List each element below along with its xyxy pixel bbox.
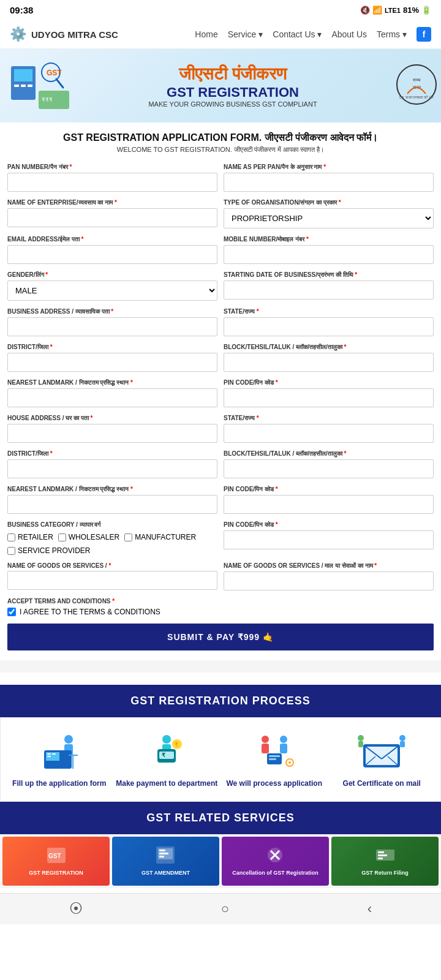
- biz-address-input[interactable]: [7, 317, 217, 336]
- terms-checkbox[interactable]: [7, 608, 16, 616]
- group-house-block: BLOCK/TEHSIL/TALUK / ब्लॉक/तहसील/तालुका …: [224, 450, 434, 478]
- svg-rect-33: [280, 744, 287, 753]
- form-subtitle: WELCOME TO GST REGISTRATION. जीएसटी पंजी…: [7, 146, 434, 154]
- group-goods-hi: NAME OF GOODS OR SERVICES / माल या सेवाओ…: [224, 562, 434, 590]
- state-input[interactable]: [224, 317, 434, 336]
- group-biz-address: BUSINESS ADDRESS / व्यावसायिक पता *: [7, 308, 217, 336]
- row-biz-cat-pin2: BUSINESS CATEGORY / व्यापार वर्ग RETAILE…: [7, 521, 434, 555]
- nav-terms[interactable]: Terms ▾: [377, 29, 407, 39]
- service-card-cancel[interactable]: Cancellation of GST Registration: [222, 837, 329, 886]
- nav-home[interactable]: Home: [195, 29, 217, 39]
- process-section: GST REGISTRATION PROCESS Fill up the a: [0, 685, 441, 802]
- pan-input[interactable]: [7, 173, 217, 192]
- group-email: EMAIL ADDRESS/ईमेल पता *: [7, 236, 217, 264]
- svg-point-45: [358, 735, 364, 741]
- svg-text:GST: GST: [47, 69, 62, 77]
- landmark-label: NEAREST LANDMARK / निकटतम प्रसिद्ध स्थान…: [7, 379, 217, 386]
- step-3: We will process application: [221, 730, 328, 789]
- group-name-pan: NAME AS PER PAN/पैन के अनुसार नाम *: [224, 164, 434, 192]
- nav-contact[interactable]: Contact Us ▾: [273, 29, 322, 39]
- row-pan: PAN NUMBER/पैन नंबर * NAME AS PER PAN/पै…: [7, 164, 434, 192]
- enterprise-input[interactable]: [7, 208, 217, 227]
- group-district: DISTRICT/जिला *: [7, 344, 217, 372]
- row-landmark-pin: NEAREST LANDMARK / निकटतम प्रसिद्ध स्थान…: [7, 379, 434, 407]
- checkbox-retailer[interactable]: RETAILER: [7, 533, 53, 541]
- nav-home-icon[interactable]: ○: [221, 901, 229, 917]
- house-pin-input[interactable]: [224, 495, 434, 514]
- mobile-input[interactable]: [224, 245, 434, 264]
- biz-category-checkboxes: RETAILER WHOLESALER MANUFACTURER SERVICE…: [7, 533, 217, 555]
- district-input[interactable]: [7, 353, 217, 372]
- svg-rect-40: [366, 747, 398, 765]
- banner-illustration-left: GST ₹₹₹: [5, 54, 72, 115]
- group-house-district: DISTRICT/जिला *: [7, 450, 217, 478]
- type-org-select[interactable]: PROPRIETORSHIP PARTNERSHIP PRIVATE LIMIT…: [224, 208, 434, 228]
- gender-select[interactable]: MALE FEMALE OTHER: [7, 281, 217, 301]
- svg-rect-2: [14, 85, 19, 87]
- checkbox-wholesaler[interactable]: WHOLESALER: [58, 533, 119, 541]
- svg-point-32: [280, 736, 287, 743]
- banner: GST ₹₹₹ जीएसटी पंजीकरण GST REGISTRATION …: [0, 49, 441, 123]
- group-house-landmark: NEAREST LANDMARK / निकटतम प्रसिद्ध स्थान…: [7, 486, 217, 514]
- pin2-input[interactable]: [224, 530, 434, 549]
- block-input[interactable]: [224, 353, 434, 372]
- landmark-input[interactable]: [7, 388, 217, 407]
- submit-button[interactable]: SUBMIT & PAY ₹999 🤙: [7, 624, 434, 650]
- svg-rect-61: [378, 854, 387, 856]
- group-pan-number: PAN NUMBER/पैन नंबर *: [7, 164, 217, 192]
- wifi-icon: 📶: [372, 6, 382, 15]
- step-4: Get Certificate on mail: [328, 730, 436, 789]
- pan-label: PAN NUMBER/पैन नंबर *: [7, 164, 217, 171]
- house-block-input[interactable]: [224, 459, 434, 478]
- nav-service[interactable]: Service ▾: [228, 29, 263, 39]
- nav-back-icon[interactable]: ‹: [368, 901, 372, 917]
- svg-rect-3: [21, 85, 26, 87]
- svg-point-30: [262, 736, 269, 743]
- step-1-icon: [35, 730, 84, 773]
- retailer-checkbox[interactable]: [7, 533, 15, 541]
- service-provider-checkbox[interactable]: [7, 547, 15, 555]
- email-label: EMAIL ADDRESS/ईमेल पता *: [7, 236, 217, 243]
- bottom-nav: ⦿ ○ ‹: [0, 893, 441, 924]
- svg-text:₹: ₹: [175, 741, 178, 748]
- wholesaler-checkbox[interactable]: [58, 533, 66, 541]
- svg-rect-48: [400, 741, 405, 747]
- nav-about[interactable]: About Us: [331, 29, 367, 39]
- terms-check-item[interactable]: I AGREE TO THE TERMS & CONDITIONS: [7, 608, 434, 616]
- goods-en-input[interactable]: [7, 571, 217, 590]
- house-address-input[interactable]: [7, 424, 217, 443]
- house-district-label: DISTRICT/जिला *: [7, 450, 217, 458]
- group-enterprise: NAME OF ENTERPRISE/व्यवसाय का नाम *: [7, 199, 217, 228]
- service-card-return[interactable]: GST Return Filing: [331, 837, 439, 886]
- nav-menu-icon[interactable]: ⦿: [69, 901, 83, 917]
- status-icons: 🔇 📶 LTE1 81% 🔋: [360, 6, 431, 15]
- goods-hi-label: NAME OF GOODS OR SERVICES / माल या सेवाओ…: [224, 562, 434, 570]
- row-house-state: HOUSE ADDRESS / घर का पता * STATE/राज्य …: [7, 415, 434, 443]
- group-type-org: TYPE OF ORGANISATION/संगठन का प्रकार * P…: [224, 199, 434, 228]
- service-card-gst-amend[interactable]: GST AMENDMENT: [112, 837, 219, 886]
- house-landmark-input[interactable]: [7, 495, 217, 514]
- house-landmark-label: NEAREST LANDMARK / निकटतम प्रसिद्ध स्थान…: [7, 486, 217, 493]
- house-district-input[interactable]: [7, 459, 217, 478]
- checkbox-manufacturer[interactable]: MANUFACTURER: [124, 533, 196, 541]
- pin2-label: PIN CODE/पिन कोड *: [224, 521, 434, 529]
- manufacturer-checkbox[interactable]: [124, 533, 132, 541]
- brand-name: UDYOG MITRA CSC: [31, 29, 118, 40]
- group-pin: PIN CODE/पिन कोड *: [224, 379, 434, 407]
- checkbox-service-provider[interactable]: SERVICE PROVIDER: [7, 546, 90, 555]
- group-landmark: NEAREST LANDMARK / निकटतम प्रसिद्ध स्थान…: [7, 379, 217, 407]
- enterprise-label: NAME OF ENTERPRISE/व्यवसाय का नाम *: [7, 199, 217, 206]
- name-pan-input[interactable]: [224, 173, 434, 192]
- goods-hi-input[interactable]: [224, 571, 434, 590]
- facebook-icon[interactable]: f: [417, 27, 431, 42]
- pin-input[interactable]: [224, 388, 434, 407]
- email-input[interactable]: [7, 245, 217, 264]
- banner-english-title: GST REGISTRATION: [74, 85, 392, 100]
- house-state-input[interactable]: [224, 424, 434, 443]
- svg-rect-1: [14, 69, 32, 81]
- starting-date-input[interactable]: [224, 281, 434, 300]
- service-card-gst-reg[interactable]: GST GST REGISTRATION: [2, 837, 110, 886]
- step-1: Fill up the application form: [6, 730, 113, 789]
- group-mobile: MOBILE NUMBER/मोबाइल नंबर *: [224, 236, 434, 264]
- group-state: STATE/राज्य *: [224, 308, 434, 336]
